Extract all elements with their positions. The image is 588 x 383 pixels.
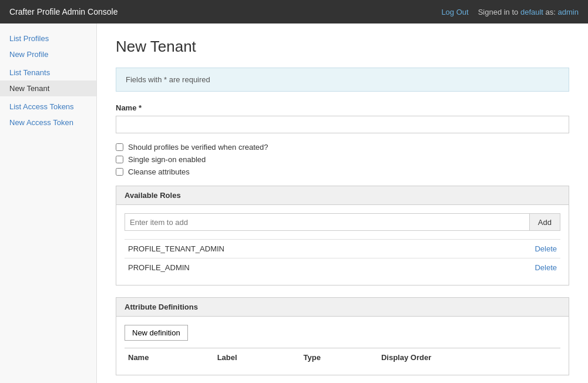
cleanse-checkbox[interactable]: [116, 168, 123, 176]
attribute-definitions-table: Name Label Type Display Order: [125, 348, 560, 367]
main-content: New Tenant Fields with * are required Na…: [97, 23, 588, 383]
table-row: PROFILE_ADMIN Delete: [125, 258, 560, 277]
app-title: Crafter Profile Admin Console: [9, 7, 117, 16]
add-role-button[interactable]: Add: [530, 213, 560, 231]
info-box: Fields with * are required: [116, 68, 569, 92]
roles-input-row: Add: [125, 213, 560, 231]
new-definition-button[interactable]: New definition: [125, 325, 188, 341]
sidebar-item-new-profile[interactable]: New Profile: [0, 46, 96, 62]
name-field-group: Name *: [116, 103, 569, 143]
role-name-cell: PROFILE_TENANT_ADMIN: [125, 240, 465, 258]
col-type: Type: [300, 348, 378, 367]
attribute-definitions-panel: Attribute Definitions New definition Nam…: [116, 297, 569, 375]
cleanse-checkbox-row[interactable]: Cleanse attributes: [116, 167, 569, 176]
checkboxes-group: Should profiles be verified when created…: [116, 143, 569, 176]
sidebar-item-new-tenant: New Tenant: [0, 80, 96, 96]
tenant-link[interactable]: default: [520, 8, 543, 16]
verify-profiles-checkbox[interactable]: [116, 143, 123, 151]
sidebar-item-new-access-token[interactable]: New Access Token: [0, 115, 96, 130]
page-title: New Tenant: [116, 38, 569, 56]
sso-checkbox[interactable]: [116, 156, 123, 163]
logout-button[interactable]: Log Out: [441, 8, 468, 16]
verify-profiles-checkbox-row[interactable]: Should profiles be verified when created…: [116, 143, 569, 152]
col-display-order: Display Order: [378, 348, 560, 367]
sidebar-item-list-access-tokens[interactable]: List Access Tokens: [0, 99, 96, 115]
attribute-definitions-body: New definition Name Label Type Display O…: [116, 317, 569, 375]
available-roles-header: Available Roles: [116, 186, 569, 205]
available-roles-panel: Available Roles Add PROFILE_TENANT_ADMIN…: [116, 186, 569, 285]
signed-in-text: Signed in to default as: admin: [478, 8, 579, 16]
header-user-info: Log Out Signed in to default as: admin: [441, 8, 579, 16]
name-label: Name *: [116, 103, 569, 112]
layout: List Profiles New Profile List Tenants N…: [0, 23, 588, 383]
attribute-definitions-header: Attribute Definitions: [116, 298, 569, 317]
role-name-cell: PROFILE_ADMIN: [125, 258, 465, 277]
sidebar-item-list-tenants[interactable]: List Tenants: [0, 65, 96, 80]
table-row: PROFILE_TENANT_ADMIN Delete: [125, 240, 560, 258]
user-link[interactable]: admin: [558, 8, 579, 16]
attr-table-header-row: Name Label Type Display Order: [125, 348, 560, 367]
sidebar-profiles-section: List Profiles New Profile: [0, 31, 96, 62]
sidebar-tokens-section: List Access Tokens New Access Token: [0, 99, 96, 130]
name-input[interactable]: [116, 116, 569, 133]
delete-role-button-0[interactable]: Delete: [535, 244, 557, 253]
roles-input[interactable]: [125, 213, 530, 231]
app-header: Crafter Profile Admin Console Log Out Si…: [0, 0, 588, 23]
role-delete-cell: Delete: [465, 258, 560, 277]
sidebar: List Profiles New Profile List Tenants N…: [0, 23, 97, 383]
role-delete-cell: Delete: [465, 240, 560, 258]
col-label: Label: [214, 348, 300, 367]
roles-table: PROFILE_TENANT_ADMIN Delete PROFILE_ADMI…: [125, 239, 560, 277]
sidebar-tenants-section: List Tenants New Tenant: [0, 65, 96, 96]
sidebar-item-list-profiles[interactable]: List Profiles: [0, 31, 96, 46]
available-roles-body: Add PROFILE_TENANT_ADMIN Delete PROFILE_…: [116, 205, 569, 285]
sso-checkbox-row[interactable]: Single sign-on enabled: [116, 155, 569, 164]
delete-role-button-1[interactable]: Delete: [535, 263, 557, 272]
col-name: Name: [125, 348, 214, 367]
